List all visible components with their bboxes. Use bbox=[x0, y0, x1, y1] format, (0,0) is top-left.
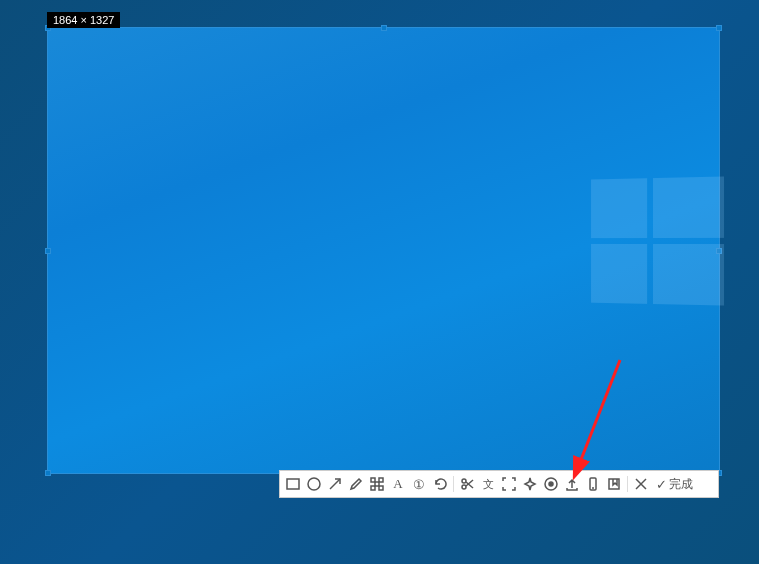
toolbar-divider bbox=[627, 476, 628, 492]
close-icon bbox=[634, 477, 648, 491]
complete-label: 完成 bbox=[669, 476, 693, 493]
translate-button[interactable]: 文 bbox=[478, 474, 498, 494]
svg-line-3 bbox=[330, 479, 340, 489]
resize-handle-tr[interactable] bbox=[716, 25, 722, 31]
share-button[interactable] bbox=[562, 474, 582, 494]
dimension-label: 1864 × 1327 bbox=[47, 12, 120, 28]
resize-handle-lm[interactable] bbox=[45, 248, 51, 254]
bookmark-icon bbox=[607, 477, 621, 491]
svg-point-9 bbox=[462, 479, 466, 483]
bookmark-button[interactable] bbox=[604, 474, 624, 494]
svg-rect-8 bbox=[379, 486, 383, 490]
text-tool-button[interactable]: A bbox=[388, 474, 408, 494]
circle-tool-button[interactable] bbox=[304, 474, 324, 494]
undo-icon bbox=[433, 477, 447, 491]
number-tool-button[interactable]: ① bbox=[409, 474, 429, 494]
resize-handle-tm[interactable] bbox=[381, 25, 387, 31]
toolbar-divider bbox=[453, 476, 454, 492]
ocr-icon bbox=[502, 477, 516, 491]
record-button[interactable] bbox=[541, 474, 561, 494]
check-icon: ✓ bbox=[656, 477, 667, 492]
rectangle-tool-button[interactable] bbox=[283, 474, 303, 494]
scissors-icon bbox=[460, 477, 474, 491]
arrow-icon bbox=[328, 477, 342, 491]
arrow-tool-button[interactable] bbox=[325, 474, 345, 494]
translate-icon: 文 bbox=[483, 477, 494, 492]
pencil-tool-button[interactable] bbox=[346, 474, 366, 494]
complete-button[interactable]: ✓ 完成 bbox=[652, 476, 697, 493]
svg-point-14 bbox=[549, 482, 553, 486]
record-icon bbox=[544, 477, 558, 491]
rectangle-icon bbox=[286, 477, 300, 491]
share-icon bbox=[565, 477, 579, 491]
text-icon: A bbox=[393, 476, 402, 492]
device-button[interactable] bbox=[583, 474, 603, 494]
svg-rect-7 bbox=[371, 486, 375, 490]
mosaic-tool-button[interactable] bbox=[367, 474, 387, 494]
mosaic-icon bbox=[370, 477, 384, 491]
svg-point-2 bbox=[308, 478, 320, 490]
pin-button[interactable] bbox=[520, 474, 540, 494]
windows-logo-icon bbox=[591, 176, 720, 309]
resize-handle-bl[interactable] bbox=[45, 470, 51, 476]
number-icon: ① bbox=[413, 477, 425, 492]
capture-selection[interactable] bbox=[47, 27, 720, 474]
screenshot-toolbar: A ① 文 ✓ 完成 bbox=[279, 470, 719, 498]
svg-rect-1 bbox=[287, 479, 299, 489]
scissors-button[interactable] bbox=[457, 474, 477, 494]
close-button[interactable] bbox=[631, 474, 651, 494]
circle-icon bbox=[307, 477, 321, 491]
pin-icon bbox=[523, 477, 537, 491]
pencil-icon bbox=[349, 477, 363, 491]
device-icon bbox=[586, 477, 600, 491]
ocr-button[interactable] bbox=[499, 474, 519, 494]
undo-button[interactable] bbox=[430, 474, 450, 494]
svg-point-10 bbox=[462, 485, 466, 489]
